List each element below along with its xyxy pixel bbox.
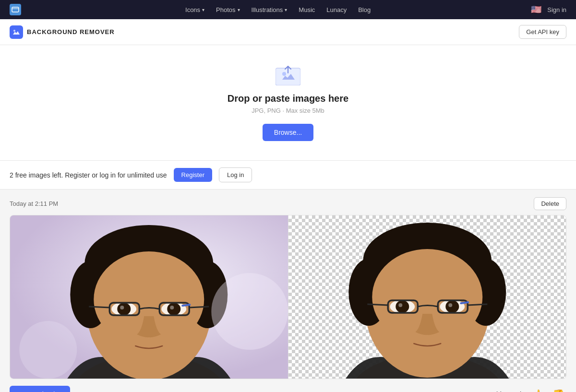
svg-line-20 xyxy=(89,307,109,308)
svg-rect-0 xyxy=(12,7,19,12)
svg-line-43 xyxy=(461,302,468,303)
upload-icon xyxy=(276,64,300,87)
timestamp-text: Today at 2:11 PM xyxy=(10,200,58,207)
info-bar: 2 free images left. Register or log in f… xyxy=(0,161,576,190)
timestamp-row: Today at 2:11 PM Delete xyxy=(10,197,566,210)
site-logo[interactable] xyxy=(10,4,21,15)
brand-icon xyxy=(10,25,23,39)
nav-items: Icons ▾ Photos ▾ Illustrations ▾ Music L… xyxy=(27,3,529,16)
nav-blog[interactable]: Blog xyxy=(353,3,375,16)
chevron-down-icon: ▾ xyxy=(238,7,240,12)
thumbs-down-button[interactable]: 👎 xyxy=(551,387,566,392)
svg-line-41 xyxy=(367,304,388,305)
svg-point-3 xyxy=(282,72,286,76)
header-bar: BACKGROUND REMOVER Get API key xyxy=(0,19,576,45)
svg-line-21 xyxy=(189,307,209,308)
svg-point-17 xyxy=(170,306,174,309)
svg-point-24 xyxy=(19,321,77,379)
original-image-panel xyxy=(10,215,288,379)
nav-icons[interactable]: Icons ▾ xyxy=(180,3,209,16)
delete-button[interactable]: Delete xyxy=(534,197,566,210)
svg-line-22 xyxy=(182,305,190,306)
original-photo xyxy=(10,215,288,379)
upload-title: Drop or paste images here xyxy=(228,93,348,104)
result-face-svg xyxy=(288,215,566,379)
nav-illustrations[interactable]: Illustrations ▾ xyxy=(247,3,292,16)
rate-section: Rate this result: 👍 👎 xyxy=(479,387,566,392)
nav-photos[interactable]: Photos ▾ xyxy=(211,3,244,16)
images-container xyxy=(10,215,566,379)
svg-point-16 xyxy=(167,303,180,315)
action-bar: Download Rate this result: 👍 👎 xyxy=(10,379,566,392)
chevron-down-icon: ▾ xyxy=(285,7,287,12)
thumbs-up-button[interactable]: 👍 xyxy=(530,387,546,392)
language-flag[interactable]: 🇺🇸 xyxy=(531,4,541,15)
svg-line-42 xyxy=(468,304,487,305)
svg-point-34 xyxy=(396,300,409,313)
svg-point-1 xyxy=(13,30,15,32)
upload-subtitle: JPG, PNG · Max size 5Mb xyxy=(252,107,324,114)
free-images-text: 2 free images left. Register or log in f… xyxy=(10,171,167,179)
sign-in-link[interactable]: Sign in xyxy=(547,6,566,13)
svg-point-23 xyxy=(211,273,288,350)
svg-point-35 xyxy=(398,303,402,307)
login-button[interactable]: Log in xyxy=(219,167,252,182)
result-image-panel xyxy=(288,215,566,379)
brand: BACKGROUND REMOVER xyxy=(10,25,115,39)
nav-lunacy[interactable]: Lunacy xyxy=(322,3,351,16)
svg-point-38 xyxy=(448,303,452,307)
original-face-svg xyxy=(10,215,288,379)
top-navigation: Icons ▾ Photos ▾ Illustrations ▾ Music L… xyxy=(0,0,576,19)
brand-name: BACKGROUND REMOVER xyxy=(27,28,115,36)
download-button[interactable]: Download xyxy=(10,386,70,392)
browse-button[interactable]: Browse... xyxy=(263,124,313,141)
svg-point-13 xyxy=(117,303,131,315)
nav-right: 🇺🇸 Sign in xyxy=(531,4,566,15)
nav-music[interactable]: Music xyxy=(294,3,320,16)
register-button[interactable]: Register xyxy=(174,168,212,182)
svg-point-14 xyxy=(120,306,124,309)
svg-point-37 xyxy=(445,300,459,313)
upload-section: Drop or paste images here JPG, PNG · Max… xyxy=(0,45,576,161)
results-section: Today at 2:11 PM Delete xyxy=(0,190,576,392)
result-photo xyxy=(288,215,566,379)
api-key-button[interactable]: Get API key xyxy=(519,25,566,39)
chevron-down-icon: ▾ xyxy=(202,7,204,12)
